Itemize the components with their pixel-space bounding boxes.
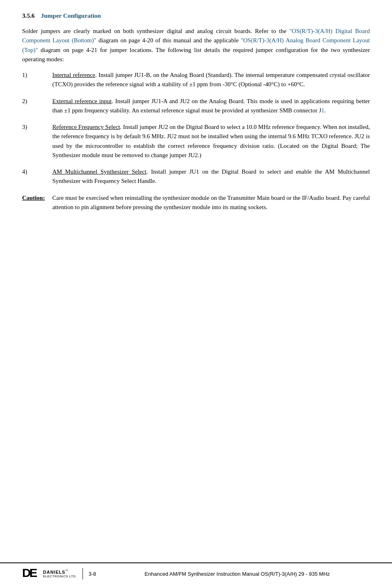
item-4: 4) AM Multichannel Synthesizer Select. I… — [22, 167, 370, 186]
footer-center-text: Enhanced AM/FM Synthesizer Instruction M… — [105, 571, 370, 577]
page: 3.5.6 Jumper Configuration Solder jumper… — [0, 0, 392, 585]
daniels-logo-svg: D E — [22, 566, 43, 581]
item-4-label: AM Multichannel Synthesizer Select — [52, 168, 146, 175]
item-3-number: 3) — [22, 122, 52, 132]
section-heading: 3.5.6 Jumper Configuration — [22, 12, 370, 19]
caution-content: Care must be exercised when reinstalling… — [52, 193, 370, 212]
item-1-content: Internal reference. Install jumper JU1-B… — [52, 71, 370, 89]
logo-daniels-text: DANIELS™ — [43, 569, 77, 575]
item-1-text: . Install jumper JU1-B, on the Analog Bo… — [52, 72, 370, 87]
caution-label: Caution: — [22, 193, 52, 203]
intro-paragraph: Solder jumpers are clearly marked on bot… — [22, 27, 370, 64]
section-title: Jumper Configuration — [41, 12, 101, 19]
item-3: 3) Reference Frequency Select. Install j… — [22, 122, 370, 160]
item-2-label: External reference input — [52, 98, 111, 104]
footer-page-number: 3-8 — [89, 571, 105, 577]
section-number: 3.5.6 — [22, 12, 35, 19]
item-2: 2) External reference input. Install jum… — [22, 97, 370, 116]
logo-electronics-text: ELECTRONICS LTD. — [43, 575, 77, 578]
item-3-label: Reference Frequency Select — [52, 124, 120, 130]
item-4-content: AM Multichannel Synthesizer Select. Inst… — [52, 167, 370, 186]
item-2-number: 2) — [22, 97, 52, 106]
svg-text:E: E — [29, 566, 37, 579]
j1-link: 1 — [321, 107, 324, 114]
item-1-label: Internal reference — [52, 72, 95, 78]
logo-text-group: DANIELS™ ELECTRONICS LTD. — [43, 569, 77, 578]
item-4-number: 4) — [22, 167, 52, 176]
item-1-number: 1) — [22, 71, 52, 80]
caution-block: Caution: Care must be exercised when rei… — [22, 193, 370, 212]
item-3-content: Reference Frequency Select. Install jump… — [52, 122, 370, 160]
footer-divider — [83, 568, 83, 579]
item-2-content: External reference input. Install jumper… — [52, 97, 370, 116]
item-1: 1) Internal reference. Install jumper JU… — [22, 71, 370, 89]
footer-logo: D E DANIELS™ ELECTRONICS LTD. — [22, 566, 77, 581]
footer: D E DANIELS™ ELECTRONICS LTD. 3-8 Enhanc… — [0, 562, 392, 585]
